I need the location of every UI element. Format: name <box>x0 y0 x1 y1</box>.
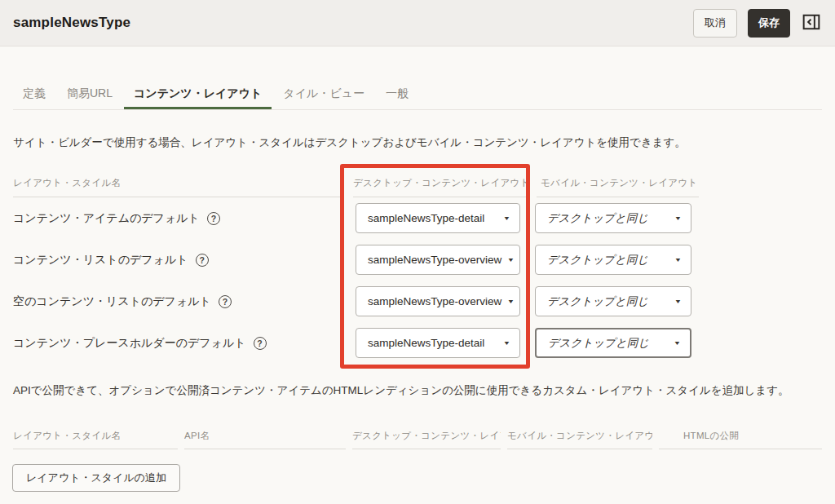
add-layout-style-button[interactable]: レイアウト・スタイルの追加 <box>12 464 180 492</box>
custom-table-header: レイアウト・スタイル名 API名 デスクトップ・コンテンツ・レイアウト モバイル… <box>13 430 835 449</box>
caret-down-icon: ▼ <box>674 215 682 221</box>
selected-value: デスクトップと同じ <box>548 336 649 351</box>
help-icon[interactable]: ? <box>207 212 220 225</box>
tab-tile-view[interactable]: タイル・ビュー <box>273 79 374 109</box>
tab-general[interactable]: 一般 <box>376 79 418 109</box>
row-label-text: コンテンツ・リストのデフォルト <box>13 253 188 267</box>
table-row-content-item-default: コンテンツ・アイテムのデフォルト ? sampleNewsType-detail… <box>0 197 835 239</box>
table-row-content-placeholder-default: コンテンツ・プレースホルダーのデフォルト ? sampleNewsType-de… <box>0 322 835 364</box>
save-button[interactable]: 保存 <box>748 9 790 38</box>
row-label: 空のコンテンツ・リストのデフォルト ? <box>13 294 356 309</box>
mobile-layout-select[interactable]: デスクトップと同じ ▼ <box>535 286 691 316</box>
selected-value: sampleNewsType-overview <box>368 295 501 307</box>
row-label-text: コンテンツ・アイテムのデフォルト <box>13 211 200 226</box>
selected-value: デスクトップと同じ <box>547 253 648 267</box>
selected-value: デスクトップと同じ <box>547 294 648 309</box>
row-label-text: コンテンツ・プレースホルダーのデフォルト <box>13 336 246 351</box>
column-header-mobile-layout: モバイル・コンテンツ・レイアウト <box>537 177 699 197</box>
mobile-layout-select[interactable]: デスクトップと同じ ▼ <box>535 245 691 275</box>
app-header: sampleNewsType 取消 保存 <box>0 0 835 46</box>
table-row-content-list-default: コンテンツ・リストのデフォルト ? sampleNewsType-overvie… <box>0 239 835 281</box>
mobile-layout-select[interactable]: デスクトップと同じ ▼ <box>535 203 691 233</box>
row-label: コンテンツ・プレースホルダーのデフォルト ? <box>13 336 356 351</box>
selected-value: sampleNewsType-detail <box>368 337 484 349</box>
row-label-text: 空のコンテンツ・リストのデフォルト <box>13 294 211 309</box>
help-icon[interactable]: ? <box>196 254 209 267</box>
collapse-panel-button[interactable] <box>801 11 822 35</box>
desktop-layout-select[interactable]: sampleNewsType-overview ▼ <box>356 245 520 275</box>
header-actions: 取消 保存 <box>693 9 822 38</box>
column-header-html-publish: HTMLの公開 <box>659 430 822 449</box>
panel-collapse-icon <box>802 13 820 33</box>
desktop-layout-select[interactable]: sampleNewsType-overview ▼ <box>356 286 520 316</box>
cancel-button[interactable]: 取消 <box>693 9 737 38</box>
desktop-layout-select[interactable]: sampleNewsType-detail ▼ <box>356 203 520 233</box>
selected-value: デスクトップと同じ <box>547 211 648 226</box>
caret-down-icon: ▼ <box>503 215 510 221</box>
row-label: コンテンツ・リストのデフォルト ? <box>13 253 356 267</box>
custom-styles-description: APIで公開できて、オプションで公開済コンテンツ・アイテムのHTMLレンディショ… <box>13 383 822 398</box>
help-icon[interactable]: ? <box>219 295 232 308</box>
tab-simple-url[interactable]: 簡易URL <box>57 79 122 109</box>
caret-down-icon: ▼ <box>503 340 510 346</box>
defaults-table-header: レイアウト・スタイル名 デスクトップ・コンテンツ・レイアウト モバイル・コンテン… <box>13 177 835 197</box>
column-header-style-name: レイアウト・スタイル名 <box>13 430 178 449</box>
table-row-empty-content-list-default: 空のコンテンツ・リストのデフォルト ? sampleNewsType-overv… <box>0 281 835 322</box>
row-label: コンテンツ・アイテムのデフォルト ? <box>13 211 356 226</box>
tab-content-layout[interactable]: コンテンツ・レイアウト <box>124 79 272 109</box>
page-title: sampleNewsType <box>13 15 130 31</box>
caret-down-icon: ▼ <box>674 257 682 263</box>
defaults-description: サイト・ビルダーで使用する場合、レイアウト・スタイルはデスクトップおよびモバイル… <box>13 135 822 150</box>
column-header-style-name: レイアウト・スタイル名 <box>13 177 342 197</box>
column-header-desktop-layout: デスクトップ・コンテンツ・レイアウト <box>352 430 501 449</box>
content-type-editor: sampleNewsType 取消 保存 定義 簡易URL コンテンツ・レイアウ… <box>0 0 835 504</box>
column-header-desktop-layout: デスクトップ・コンテンツ・レイアウト <box>353 177 526 197</box>
column-header-api-name: API名 <box>184 430 346 449</box>
selected-value: sampleNewsType-overview <box>368 254 501 266</box>
mobile-layout-select[interactable]: デスクトップと同じ ▼ <box>535 328 691 358</box>
desktop-layout-select[interactable]: sampleNewsType-detail ▼ <box>356 328 520 358</box>
column-header-mobile-layout: モバイル・コンテンツ・レイアウト <box>507 430 652 449</box>
tab-definition[interactable]: 定義 <box>13 79 55 109</box>
help-icon[interactable]: ? <box>254 337 267 350</box>
tab-bar: 定義 簡易URL コンテンツ・レイアウト タイル・ビュー 一般 <box>13 79 822 110</box>
caret-down-icon: ▼ <box>674 298 682 304</box>
caret-down-icon: ▼ <box>507 298 515 304</box>
caret-down-icon: ▼ <box>674 340 681 346</box>
tab-bar-wrap: 定義 簡易URL コンテンツ・レイアウト タイル・ビュー 一般 <box>0 46 835 110</box>
caret-down-icon: ▼ <box>507 257 515 263</box>
selected-value: sampleNewsType-detail <box>368 212 484 224</box>
